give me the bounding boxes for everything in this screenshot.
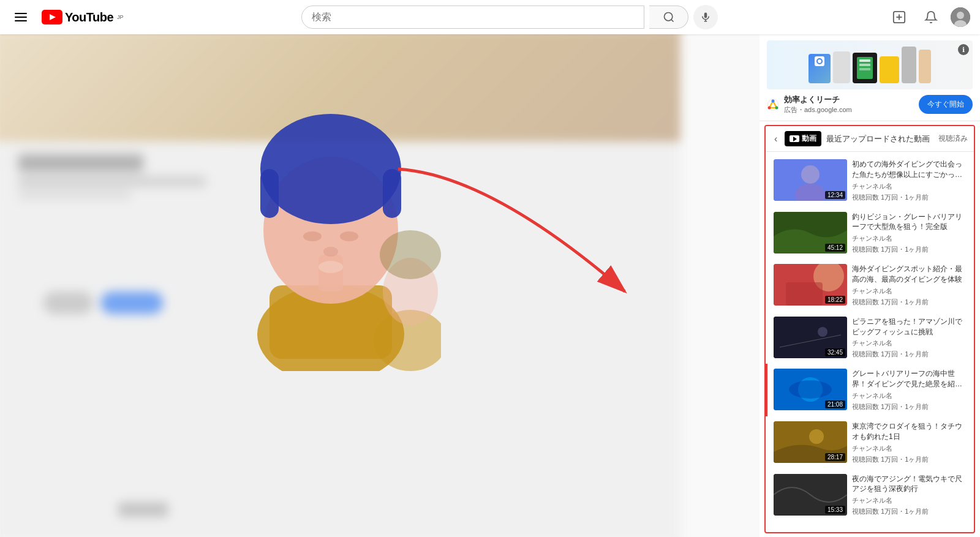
microphone-icon: [700, 12, 711, 23]
ad-cta-button[interactable]: 今すぐ開始: [919, 95, 973, 114]
video-duration: 15:33: [825, 506, 845, 514]
video-stats: 視聴回数 1万回・1ヶ月前: [852, 298, 968, 307]
search-input[interactable]: [301, 6, 644, 29]
videos-tab-label: 動画: [802, 133, 816, 144]
svg-point-32: [772, 99, 775, 102]
videos-tab[interactable]: 動画: [785, 131, 821, 146]
notification-button[interactable]: [919, 5, 943, 29]
video-channel-name: チャンネル名: [852, 182, 968, 191]
main-content: ℹ: [0, 34, 980, 537]
ad-illustration: [804, 42, 936, 88]
video-channel-name: チャンネル名: [852, 287, 968, 296]
ad-meta-left: 効率よくリーチ 広告・ads.google.com: [767, 94, 852, 115]
video-item[interactable]: 45:12釣りビジョン・グレートバリアリーフで大型魚を狙う！完全版チャンネル名視…: [766, 207, 974, 260]
svg-rect-18: [260, 169, 279, 218]
ad-info-icon[interactable]: ℹ: [958, 44, 969, 55]
video-thumbnail: 32:45: [774, 317, 847, 358]
video-stats: 視聴回数 1万回・1ヶ月前: [852, 455, 968, 464]
video-item[interactable]: 12:34初めての海外ダイビングで出会った魚たちが想像以上にすごかった...チャ…: [766, 154, 974, 207]
google-ads-logo: [767, 99, 779, 111]
avatar[interactable]: [951, 7, 970, 27]
svg-point-21: [340, 231, 358, 241]
video-channel-name: チャンネル名: [852, 234, 968, 243]
video-meta: 夜の海でアジング！電気ウキで尺アジを狙う深夜釣行チャンネル名視聴回数 1万回・1…: [852, 474, 968, 517]
video-meta: ピラニアを狙った！アマゾン川でビッグフィッシュに挑戦チャンネル名視聴回数 1万回…: [852, 317, 968, 359]
video-item[interactable]: 18:22海外ダイビングスポット紹介・最高の海、最高のダイビングを体験チャンネル…: [766, 259, 974, 312]
video-thumbnail: 28:17: [774, 421, 847, 463]
youtube-region: JP: [117, 14, 124, 20]
video-channel-name: チャンネル名: [852, 444, 968, 453]
video-title: グレートバリアリーフの海中世界！ダイビングで見た絶景を紹介します: [852, 369, 968, 389]
header-right: [887, 5, 970, 29]
video-title: 釣りビジョン・グレートバリアリーフで大型魚を狙う！完全版: [852, 212, 968, 233]
video-duration: 18:22: [825, 296, 845, 304]
ad-shape-light: [902, 47, 916, 83]
video-stats: 視聴回数 1万回・1ヶ月前: [852, 245, 968, 254]
video-meta: 初めての海外ダイビングで出会った魚たちが想像以上にすごかった...チャンネル名視…: [852, 159, 968, 202]
video-thumbnail: 21:08: [774, 369, 847, 410]
watched-label[interactable]: 視聴済み: [938, 133, 968, 144]
svg-point-34: [801, 165, 820, 184]
video-meta: グレートバリアリーフの海中世界！ダイビングで見た絶景を紹介しますチャンネル名視聴…: [852, 369, 968, 411]
sidebar-panel: ℹ: [760, 34, 980, 537]
create-button[interactable]: [887, 5, 911, 29]
video-title: 夜の海でアジング！電気ウキで尺アジを狙う深夜釣行: [852, 474, 968, 495]
google-ads-icon: [767, 99, 779, 111]
svg-rect-39: [786, 282, 823, 306]
search-bar: [132, 5, 887, 29]
ad-shape-gray: [833, 51, 850, 83]
ad-shape-yellow: [880, 56, 899, 83]
ad-title: 効率よくリーチ: [784, 94, 852, 105]
microphone-button[interactable]: [693, 5, 718, 29]
search-button[interactable]: [649, 6, 688, 29]
video-thumbnail: 18:22: [774, 264, 847, 306]
video-item[interactable]: 32:45ピラニアを狙った！アマゾン川でビッグフィッシュに挑戦チャンネル名視聴回…: [766, 312, 974, 364]
video-thumbnail: 45:12: [774, 212, 847, 253]
video-thumbnail: 12:34: [774, 159, 847, 201]
svg-point-20: [303, 231, 322, 241]
ad-banner: ℹ: [767, 40, 973, 89]
video-title: ピラニアを狙った！アマゾン川でビッグフィッシュに挑戦: [852, 317, 968, 337]
ad-subtitle: 広告・ads.google.com: [784, 105, 852, 115]
svg-rect-19: [383, 169, 401, 218]
video-channel-name: チャンネル名: [852, 496, 968, 505]
video-title: 東京湾でクロダイを狙う！タチウオも釣れた1日: [852, 421, 968, 442]
video-item[interactable]: 15:33夜の海でアジング！電気ウキで尺アジを狙う深夜釣行チャンネル名視聴回数 …: [766, 469, 974, 522]
youtube-logo-icon: [42, 10, 62, 24]
ad-shape-person: [919, 50, 931, 83]
avatar-svg: [221, 77, 441, 371]
svg-point-23: [318, 261, 343, 273]
youtube-logo[interactable]: YouTubeJP: [42, 10, 124, 24]
video-duration: 32:45: [825, 348, 845, 356]
svg-point-11: [957, 12, 964, 19]
channel-bottom: [118, 502, 168, 517]
video-stats: 視聴回数 1万回・1ヶ月前: [852, 193, 968, 202]
svg-point-22: [323, 247, 338, 257]
svg-point-47: [809, 429, 824, 444]
videos-panel: ‹ 動画 最近アップロードされた動画 視聴済み 12:34初めての海外ダイビング…: [764, 125, 975, 533]
videos-panel-header: ‹ 動画 最近アップロードされた動画 視聴済み: [766, 126, 974, 152]
video-item[interactable]: 21:08グレートバリアリーフの海中世界！ダイビングで見た絶景を紹介しますチャン…: [766, 364, 974, 416]
search-icon: [663, 11, 675, 23]
video-meta: 海外ダイビングスポット紹介・最高の海、最高のダイビングを体験チャンネル名視聴回数…: [852, 264, 968, 307]
video-duration: 28:17: [825, 453, 845, 461]
svg-point-42: [818, 327, 827, 337]
avatar-image: [951, 7, 970, 27]
svg-point-17: [260, 114, 401, 224]
ad-text: 効率よくリーチ 広告・ads.google.com: [784, 94, 852, 115]
video-stats: 視聴回数 1万回・1ヶ月前: [852, 402, 968, 411]
video-item[interactable]: 28:17東京湾でクロダイを狙う！タチウオも釣れた1日チャンネル名視聴回数 1万…: [766, 416, 974, 469]
menu-button[interactable]: [10, 8, 32, 26]
video-channel-name: チャンネル名: [852, 339, 968, 348]
header-left: YouTubeJP: [10, 8, 132, 26]
video-list: 12:34初めての海外ダイビングで出会った魚たちが想像以上にすごかった...チャ…: [766, 152, 974, 532]
svg-point-31: [775, 106, 778, 109]
video-channel-name: チャンネル名: [852, 391, 968, 400]
video-tab-icon: [790, 135, 799, 142]
video-duration: 21:08: [825, 400, 845, 408]
video-stats: 視聴回数 1万回・1ヶ月前: [852, 507, 968, 516]
back-button[interactable]: ‹: [772, 132, 780, 146]
video-stats: 視聴回数 1万回・1ヶ月前: [852, 350, 968, 359]
video-thumbnail: 15:33: [774, 474, 847, 516]
video-title: 海外ダイビングスポット紹介・最高の海、最高のダイビングを体験: [852, 264, 968, 285]
